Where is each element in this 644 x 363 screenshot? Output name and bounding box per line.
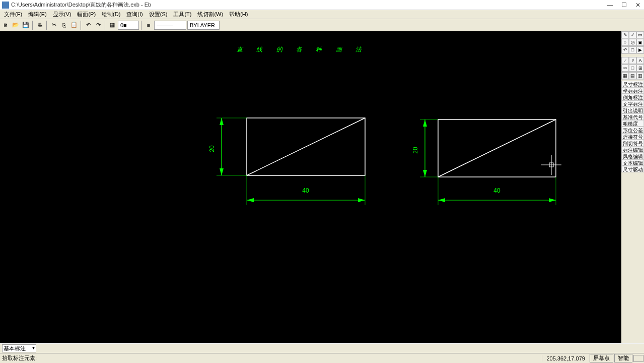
dimension-list: 尺寸标注 坐标标注 倒角标注 文字标注 引出说明 基准代号 粗糙度 形位公差 焊…: [621, 81, 644, 172]
dim-item[interactable]: 剖切符号: [621, 140, 644, 146]
dim-item[interactable]: 坐标标注: [621, 87, 644, 94]
tool-icon[interactable]: A: [636, 57, 644, 64]
dim-item[interactable]: 文本编辑: [621, 159, 644, 166]
menu-view[interactable]: 显示(V): [50, 11, 75, 18]
tool-icon[interactable]: ✓: [629, 31, 636, 38]
dim-item[interactable]: 文字标注: [621, 100, 644, 107]
linetype-select[interactable]: ———: [154, 21, 186, 30]
color-select[interactable]: BYLAYER: [187, 21, 220, 30]
separator: [32, 21, 33, 30]
redo-icon[interactable]: ↷: [94, 21, 103, 30]
dim-item[interactable]: 引出说明: [621, 107, 644, 113]
cut-icon[interactable]: ✂: [49, 21, 58, 30]
tool-icon[interactable]: ▭: [636, 31, 644, 38]
right-figure: 20 40: [412, 119, 556, 205]
separator: [141, 21, 142, 30]
undo-icon[interactable]: ↶: [84, 21, 93, 30]
coordinates: 205.362,17.079: [542, 355, 589, 361]
paste-icon[interactable]: 📋: [69, 21, 79, 30]
menu-settings[interactable]: 设置(S): [146, 11, 171, 18]
dim-item[interactable]: 尺寸驱动: [621, 166, 644, 172]
tool-icon[interactable]: ▣: [636, 39, 644, 46]
dim-item[interactable]: 焊接符号: [621, 133, 644, 140]
menu-bar: 文件(F) 编辑(E) 显示(V) 幅面(P) 绘制(D) 查询(I) 设置(S…: [0, 10, 644, 19]
tool-icon[interactable]: □: [629, 65, 636, 72]
snap-mode[interactable]: 屏幕点: [590, 354, 613, 362]
command-prompt: 抬取标注元素:: [0, 354, 542, 362]
tool-icon[interactable]: ⟋: [621, 57, 629, 64]
svg-marker-3: [220, 118, 224, 125]
menu-format[interactable]: 幅面(P): [74, 11, 99, 18]
save-icon[interactable]: 💾: [21, 21, 30, 30]
tool-icon[interactable]: ◎: [629, 39, 636, 46]
close-button[interactable]: ✕: [634, 2, 642, 9]
status-bar: 抬取标注元素: 205.362,17.079 屏幕点 智能: [0, 353, 644, 363]
dim-item[interactable]: 倒角标注: [621, 94, 644, 100]
canvas-title: 直 线 的 各 种 画 法: [237, 46, 368, 53]
menu-edit[interactable]: 编辑(E): [25, 11, 50, 18]
dim-item[interactable]: 尺寸标注: [621, 81, 644, 87]
dim-item[interactable]: 形位公差: [621, 127, 644, 133]
tool-icon[interactable]: ▶: [636, 46, 644, 53]
dim-h-left: 40: [302, 187, 309, 194]
tool-icon[interactable]: ○: [621, 39, 629, 46]
svg-marker-8: [247, 198, 254, 202]
dim-item[interactable]: 基准代号: [621, 113, 644, 120]
menu-query[interactable]: 查询(I): [123, 11, 146, 18]
tool-icon[interactable]: ↶: [621, 46, 629, 53]
tool-icon[interactable]: ▤: [629, 72, 636, 79]
minimize-button[interactable]: —: [606, 2, 614, 9]
tool-icon[interactable]: ▥: [636, 72, 644, 79]
dim-v-right: 20: [412, 147, 419, 154]
drawing-canvas[interactable]: 直 线 的 各 种 画 法 20 40 20 40: [0, 31, 621, 343]
dim-item[interactable]: 风格编辑: [621, 153, 644, 159]
separator: [105, 21, 106, 30]
tool-icon[interactable]: ⊞: [636, 65, 644, 72]
style-bar: 基本标注: [0, 344, 644, 353]
menu-help[interactable]: 帮助(H): [226, 11, 251, 18]
tool-icon[interactable]: ✎: [621, 31, 629, 38]
dim-item[interactable]: 粗糙度: [621, 120, 644, 127]
window-title: C:\Users\Administrator\Desktop\直线的各种画法.e…: [11, 1, 606, 9]
dim-v-left: 20: [208, 145, 216, 152]
linetype-icon[interactable]: ≡: [144, 21, 153, 30]
toolbar: 🗎 📂 💾 🖶 ✂ ⎘ 📋 ↶ ↷ ▦ 0■ ≡ ——— BYLAYER: [0, 19, 644, 31]
dim-h-right: 40: [493, 187, 500, 194]
dim-item[interactable]: 标注编辑: [621, 146, 644, 153]
separator: [81, 21, 82, 30]
right-panel: ✎ ✓ ▭ ○ ◎ ▣ ↶ □ ▶ ⟋ ♯ A ✂ □ ⊞ ▦ ▤ ▥ 尺寸标注…: [621, 31, 644, 343]
copy-icon[interactable]: ⎘: [59, 21, 68, 30]
svg-line-1: [247, 118, 365, 175]
tool-icon[interactable]: ♯: [629, 57, 636, 64]
dim-style-select[interactable]: 基本标注: [2, 344, 36, 352]
svg-marker-15: [423, 119, 427, 127]
menu-wire[interactable]: 线切割(W): [194, 11, 226, 18]
menu-tools[interactable]: 工具(T): [170, 11, 194, 18]
layer-select[interactable]: 0■: [118, 21, 139, 30]
tool-icon[interactable]: □: [629, 46, 636, 53]
tool-icon[interactable]: ▦: [621, 72, 629, 79]
svg-marker-4: [220, 168, 224, 175]
open-icon[interactable]: 📂: [11, 21, 20, 30]
svg-marker-9: [358, 198, 365, 202]
new-icon[interactable]: 🗎: [1, 21, 10, 30]
title-bar: C:\Users\Administrator\Desktop\直线的各种画法.e…: [0, 0, 644, 10]
menu-draw[interactable]: 绘制(D): [99, 11, 123, 18]
svg-marker-16: [423, 170, 427, 177]
svg-marker-21: [549, 198, 556, 202]
app-icon: [2, 2, 9, 9]
separator: [46, 21, 47, 30]
tool-icon[interactable]: ✂: [621, 65, 629, 72]
layer-icon[interactable]: ▦: [108, 21, 117, 30]
left-figure: 20 40: [208, 118, 365, 205]
maximize-button[interactable]: ☐: [620, 2, 628, 9]
crosshair-cursor: [541, 155, 561, 175]
blank-mode[interactable]: [633, 355, 643, 362]
svg-marker-20: [438, 198, 445, 202]
print-icon[interactable]: 🖶: [35, 21, 44, 30]
smart-mode[interactable]: 智能: [614, 354, 632, 362]
menu-file[interactable]: 文件(F): [1, 11, 25, 18]
svg-line-13: [438, 119, 556, 177]
